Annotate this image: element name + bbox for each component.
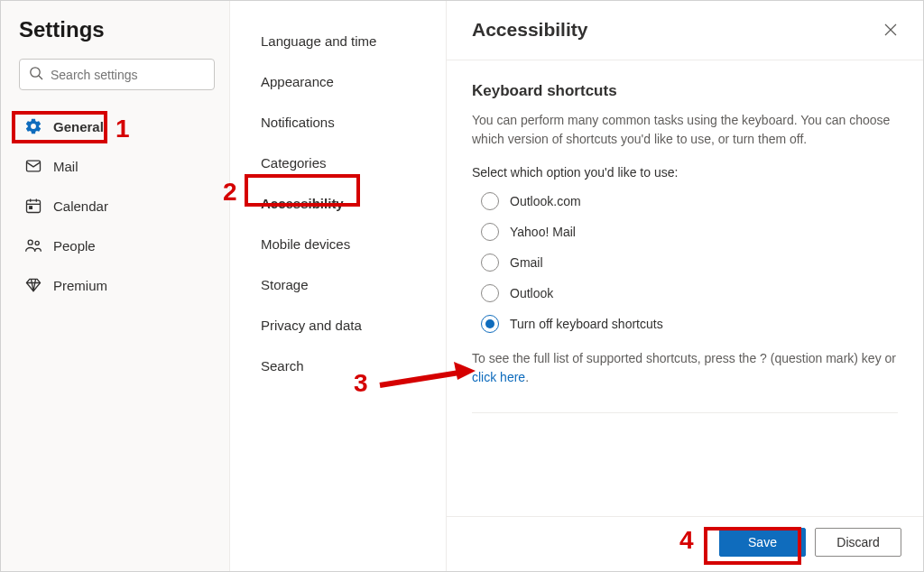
radio-outlook[interactable]: Outlook: [481, 284, 898, 302]
submenu-notifications[interactable]: Notifications: [230, 102, 446, 143]
submenu: Language and time Appearance Notificatio…: [230, 1, 447, 571]
svg-point-8: [28, 240, 32, 244]
divider: [472, 412, 898, 413]
nav-people[interactable]: People: [19, 229, 215, 262]
radio-label: Gmail: [510, 255, 543, 270]
submenu-privacy[interactable]: Privacy and data: [230, 305, 446, 346]
radio-icon: [481, 254, 499, 272]
submenu-accessibility[interactable]: Accessibility: [230, 183, 446, 224]
radio-outlook-com[interactable]: Outlook.com: [481, 192, 898, 210]
people-icon: [24, 236, 42, 254]
submenu-categories[interactable]: Categories: [230, 143, 446, 183]
search-input[interactable]: [51, 68, 208, 82]
search-icon: [29, 66, 43, 83]
premium-icon: [24, 276, 42, 294]
section-title: Keyboard shortcuts: [472, 82, 898, 100]
close-icon: [883, 25, 898, 40]
radio-turn-off[interactable]: Turn off keyboard shortcuts: [481, 315, 898, 333]
svg-rect-7: [30, 207, 32, 209]
panel-title: Accessibility: [472, 19, 587, 41]
submenu-appearance[interactable]: Appearance: [230, 61, 446, 102]
radio-label: Yahoo! Mail: [510, 225, 576, 239]
nav-label: Mail: [53, 159, 79, 174]
radio-icon: [481, 315, 499, 333]
help-link[interactable]: click here: [472, 370, 525, 384]
submenu-mobile[interactable]: Mobile devices: [230, 224, 446, 264]
radio-gmail[interactable]: Gmail: [481, 254, 898, 272]
nav-premium[interactable]: Premium: [19, 269, 215, 301]
settings-title: Settings: [19, 17, 215, 42]
submenu-storage[interactable]: Storage: [230, 264, 446, 305]
submenu-search[interactable]: Search: [230, 346, 446, 386]
settings-sidebar: Settings General Mail Calendar: [1, 1, 230, 571]
gear-icon: [24, 117, 42, 135]
help-suffix: .: [525, 370, 529, 384]
panel-footer: Save Discard: [447, 516, 923, 571]
svg-rect-3: [27, 200, 41, 212]
help-text: To see the full list of supported shortc…: [472, 349, 898, 387]
search-container[interactable]: [19, 59, 215, 90]
radio-icon: [481, 284, 499, 302]
discard-button[interactable]: Discard: [815, 528, 901, 557]
radio-prompt: Select which option you'd like to use:: [472, 165, 898, 180]
help-prefix: To see the full list of supported shortc…: [472, 351, 896, 365]
radio-yahoo[interactable]: Yahoo! Mail: [481, 223, 898, 241]
nav-general[interactable]: General: [19, 110, 215, 143]
nav-label: Premium: [53, 278, 107, 293]
nav-mail[interactable]: Mail: [19, 150, 215, 182]
radio-label: Outlook.com: [510, 194, 581, 208]
detail-panel: Accessibility Keyboard shortcuts You can…: [447, 1, 923, 571]
close-button[interactable]: [880, 19, 901, 43]
nav-label: General: [53, 119, 104, 134]
svg-point-0: [31, 68, 40, 77]
svg-line-1: [39, 76, 42, 79]
nav-calendar[interactable]: Calendar: [19, 189, 215, 222]
nav-label: People: [53, 238, 96, 254]
section-desc: You can perform many common tasks using …: [472, 111, 898, 149]
nav-label: Calendar: [53, 198, 108, 214]
svg-rect-2: [27, 161, 41, 171]
save-button[interactable]: Save: [719, 528, 806, 557]
mail-icon: [24, 157, 42, 175]
radio-icon: [481, 223, 499, 241]
calendar-icon: [24, 197, 42, 215]
submenu-language[interactable]: Language and time: [230, 21, 446, 61]
radio-label: Turn off keyboard shortcuts: [510, 317, 663, 331]
radio-icon: [481, 192, 499, 210]
svg-point-9: [35, 241, 39, 244]
radio-label: Outlook: [510, 286, 553, 300]
